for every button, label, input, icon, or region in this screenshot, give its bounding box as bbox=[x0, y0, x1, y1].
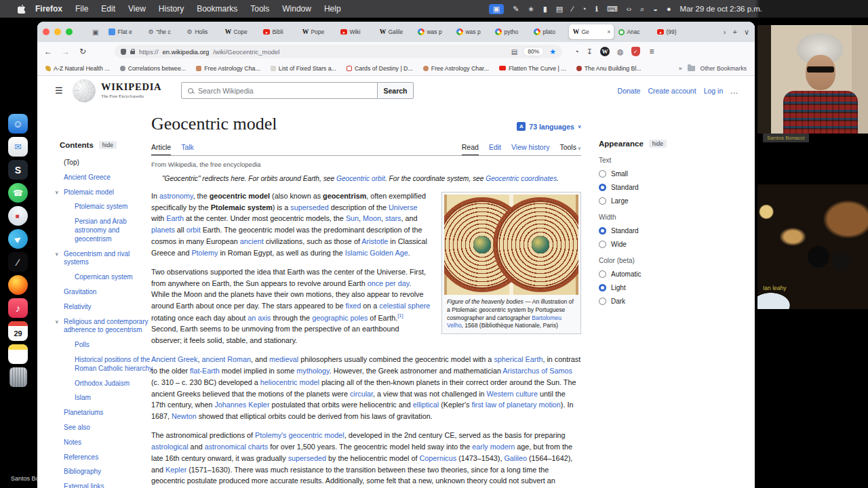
spotlight-icon[interactable]: ⌕ bbox=[640, 5, 644, 13]
wiki-link[interactable]: geographic poles bbox=[312, 314, 368, 322]
menubar-menu-view[interactable]: View bbox=[128, 4, 146, 14]
toc-item-bibliography[interactable]: Bibliography bbox=[60, 468, 155, 476]
hotspot-icon[interactable]: ∗ bbox=[528, 5, 534, 13]
forward-button[interactable]: → bbox=[62, 47, 70, 56]
wiki-link[interactable]: astronomy bbox=[159, 192, 193, 200]
toc-item-islam[interactable]: Islam bbox=[60, 394, 155, 403]
menubar-menu-firefox[interactable]: Firefox bbox=[35, 4, 62, 14]
wiki-link[interactable]: flat-Earth bbox=[190, 367, 220, 375]
dock-firefox-icon[interactable] bbox=[8, 275, 28, 295]
dock-drawing-app-icon[interactable]: ∕ bbox=[8, 252, 28, 272]
wiki-link[interactable]: orbit bbox=[186, 226, 201, 234]
reload-button[interactable]: ↻ bbox=[79, 47, 86, 56]
toc-item-relativity[interactable]: Relativity bbox=[60, 303, 155, 312]
wikipedia-wordmark[interactable]: WIKIPEDIA The Free Encyclopedia bbox=[101, 81, 161, 98]
bookmark-item-free-astrology-char[interactable]: Free Astrology Char... bbox=[423, 65, 489, 72]
bookmark-star-icon[interactable]: ★ bbox=[549, 47, 556, 56]
toc-item-gravitation[interactable]: Gravitation bbox=[60, 288, 155, 297]
siri-icon[interactable]: ● bbox=[667, 5, 671, 13]
wiki-link[interactable]: mythology bbox=[296, 367, 329, 375]
wiki-link[interactable]: early modern bbox=[472, 443, 515, 451]
user-icon[interactable]: ◒ bbox=[653, 5, 658, 13]
page-tab-read[interactable]: Read bbox=[462, 143, 479, 155]
lock-icon[interactable] bbox=[130, 51, 135, 54]
wiki-link[interactable]: Geocentric orbit bbox=[336, 175, 385, 182]
browser-tab-pytho[interactable]: pytho bbox=[492, 24, 529, 39]
keyboard-icon[interactable]: ⌨ bbox=[607, 5, 618, 13]
toc-item-historical-positions-of-the-roman-catholic-hierarchy[interactable]: Historical positions of the Roman Cathol… bbox=[60, 356, 155, 373]
more-options-icon[interactable]: ... bbox=[730, 87, 738, 95]
wiki-link[interactable]: celestial sphere bbox=[379, 302, 430, 310]
timer-icon[interactable]: ◔ bbox=[582, 5, 587, 13]
browser-tab-holis[interactable]: ⚙Holis bbox=[182, 24, 220, 39]
toc-item-ptolemaic-model[interactable]: ∨Ptolemaic model bbox=[60, 188, 155, 197]
wiki-link[interactable]: Earth bbox=[166, 214, 184, 222]
bookmark-item-a-z-natural-health[interactable]: A-Z Natural Health ... bbox=[45, 65, 110, 72]
browser-tab-the-c[interactable]: ⚙“the c bbox=[144, 24, 181, 39]
toc-item-polls[interactable]: Polls bbox=[60, 341, 155, 350]
wiki-link[interactable]: Sun bbox=[346, 214, 359, 222]
userlink-log-in[interactable]: Log in bbox=[704, 87, 724, 95]
page-tab-article[interactable]: Article bbox=[151, 143, 171, 155]
wiki-link[interactable]: once per day bbox=[368, 279, 410, 287]
wiki-link[interactable]: ancient Roman bbox=[201, 355, 251, 363]
bookmark-item-correlations-betwee[interactable]: Correlations betwee... bbox=[120, 65, 186, 72]
browser-tab-bibli[interactable]: ▸Bibli bbox=[260, 24, 297, 39]
zoom-level-indicator[interactable]: 80% bbox=[523, 47, 544, 56]
ghost-extension-icon[interactable]: ◍ bbox=[617, 47, 624, 56]
dock-mail-icon[interactable]: ✉ bbox=[8, 137, 28, 157]
wiki-hamburger-icon[interactable]: ☰ bbox=[55, 85, 63, 96]
tab-list-icon[interactable]: ∨ bbox=[744, 28, 749, 37]
browser-tab-wiki[interactable]: ▸Wiki bbox=[337, 24, 374, 39]
wiki-link[interactable]: astronomical charts bbox=[205, 443, 269, 451]
toc-item-orthodox-judaism[interactable]: Orthodox Judaism bbox=[60, 380, 155, 388]
wiki-link[interactable]: Galileo bbox=[504, 454, 527, 462]
toc-hide-button[interactable]: hide bbox=[99, 141, 117, 149]
appearance-option-text-large[interactable]: Large bbox=[599, 197, 676, 205]
other-bookmarks-folder[interactable]: Other Bookmarks bbox=[701, 65, 747, 72]
dock-calendar-icon[interactable]: 29 bbox=[8, 321, 28, 341]
browser-tab-ge[interactable]: WGe× bbox=[569, 24, 614, 39]
wiki-link[interactable]: Newton bbox=[172, 412, 197, 420]
wiki-link[interactable]: Johannes Kepler bbox=[214, 401, 269, 409]
wiki-link[interactable]: astrological bbox=[151, 443, 189, 451]
wiki-link[interactable]: first law of planetary motion bbox=[471, 401, 560, 409]
bookmark-item-the-anu-building-bl[interactable]: The Anu Building Bl... bbox=[576, 65, 642, 72]
appearance-option-width-wide[interactable]: Wide bbox=[599, 241, 676, 248]
dock-trash-icon[interactable] bbox=[9, 367, 27, 387]
bookmark-item-cards-of-destiny-d[interactable]: Cards of Destiny | D... bbox=[347, 65, 413, 72]
appearance-option-color-beta-dark[interactable]: Dark bbox=[599, 298, 676, 305]
wiki-link[interactable]: superseded bbox=[290, 203, 328, 211]
wiki-link[interactable]: Aristotle bbox=[361, 237, 388, 245]
tab-close-icon[interactable]: × bbox=[607, 28, 610, 35]
bookmarks-overflow-icon[interactable]: » bbox=[679, 65, 682, 72]
wiki-link[interactable]: Aristarchus of Samos bbox=[502, 367, 572, 375]
bookmark-item-list-of-fixed-stars-a[interactable]: List of Fixed Stars a... bbox=[271, 65, 336, 72]
wiki-link[interactable]: Ptolemy's geocentric model bbox=[255, 431, 344, 439]
wiki-link[interactable]: heliocentric model bbox=[260, 378, 319, 386]
dock-notes-icon[interactable] bbox=[8, 344, 28, 364]
wikipedia-globe-logo[interactable] bbox=[73, 79, 96, 102]
close-window-button[interactable] bbox=[43, 28, 50, 35]
firefox-view-icon[interactable]: ▣ bbox=[92, 28, 98, 36]
wiki-link[interactable]: stars bbox=[385, 214, 401, 222]
browser-tab-pope[interactable]: WPope bbox=[298, 24, 336, 39]
reference-link[interactable]: [1] bbox=[397, 312, 403, 319]
wiki-link[interactable]: Islamic Golden Age bbox=[345, 249, 408, 257]
adblock-extension-icon[interactable]: ✓ bbox=[631, 47, 640, 56]
browser-tab-anac[interactable]: Anac bbox=[615, 24, 652, 39]
pen-icon[interactable]: ✎ bbox=[513, 5, 519, 13]
tracking-protection-shield-icon[interactable] bbox=[121, 49, 126, 55]
dock-music-icon[interactable]: ♪ bbox=[8, 298, 28, 318]
appearance-option-text-standard[interactable]: Standard bbox=[599, 184, 676, 191]
info-icon[interactable]: ℹ bbox=[595, 5, 598, 13]
menubar-menu-file[interactable]: File bbox=[75, 4, 88, 14]
page-tab-talk[interactable]: Talk bbox=[181, 143, 194, 155]
browser-tab-99[interactable]: ▸(99) bbox=[654, 24, 691, 39]
menubar-menu-edit[interactable]: Edit bbox=[101, 4, 115, 14]
screen-mirroring-icon[interactable]: ▣ bbox=[489, 4, 504, 14]
wiki-link[interactable]: Kepler bbox=[165, 466, 186, 474]
browser-tab-cope[interactable]: WCope bbox=[221, 24, 258, 39]
search-input[interactable] bbox=[198, 87, 377, 95]
video-tile-ian[interactable]: Ian leahy bbox=[757, 184, 868, 309]
